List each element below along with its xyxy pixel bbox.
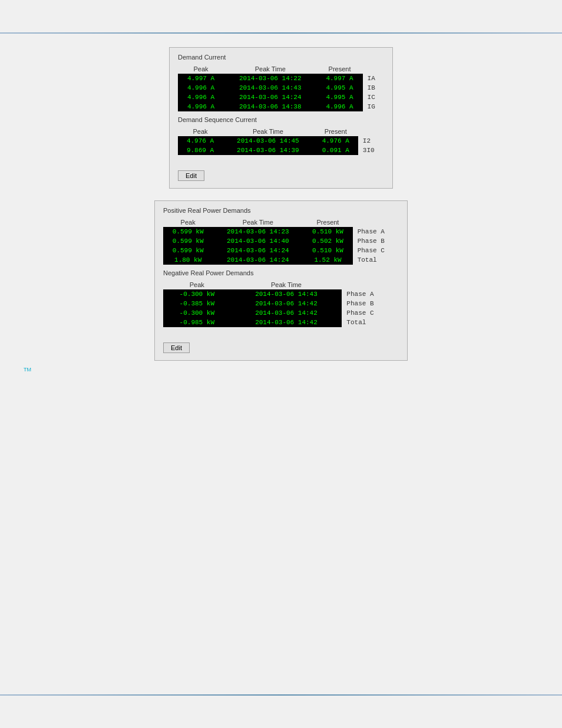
pp-col-peak-time: Peak Time bbox=[213, 218, 303, 227]
dc-col-peak: Peak bbox=[178, 64, 224, 74]
present-cell: 0.510 kW bbox=[303, 246, 352, 255]
np-col-label bbox=[342, 280, 399, 289]
tm-mark: TM bbox=[24, 367, 31, 373]
present-cell: 4.996 A bbox=[317, 102, 363, 111]
pos-power-table: Peak Peak Time Present 0.599 kW 2014-03-… bbox=[163, 218, 399, 265]
peak-time-cell: 2014-03-06 14:38 bbox=[224, 102, 317, 111]
label-cell: Phase A bbox=[353, 227, 399, 236]
label-cell: Total bbox=[353, 255, 399, 265]
peak-time-cell: 2014-03-06 14:45 bbox=[223, 136, 313, 146]
label-cell: Phase B bbox=[353, 236, 399, 246]
demand-current-panel: Demand Current Peak Peak Time Present 4.… bbox=[169, 47, 393, 189]
table-row: -0.300 kW 2014-03-06 14:42 Phase C bbox=[163, 308, 399, 318]
pos-power-title: Positive Real Power Demands bbox=[163, 207, 399, 214]
present-cell: 0.510 kW bbox=[303, 227, 352, 236]
pp-col-label bbox=[353, 218, 399, 227]
demand-current-edit-button[interactable]: Edit bbox=[178, 170, 204, 181]
peak-time-cell: 2014-03-06 14:24 bbox=[224, 93, 317, 102]
table-row: -0.985 kW 2014-03-06 14:42 Total bbox=[163, 318, 399, 327]
bottom-border bbox=[0, 694, 562, 696]
peak-cell: 0.599 kW bbox=[163, 246, 213, 255]
present-cell: 0.502 kW bbox=[303, 236, 352, 246]
peak-time-cell: 2014-03-06 14:22 bbox=[224, 74, 317, 83]
peak-time-cell: 2014-03-06 14:40 bbox=[213, 236, 303, 246]
peak-cell: 4.996 A bbox=[178, 102, 224, 111]
peak-time-cell: 2014-03-06 14:24 bbox=[213, 255, 303, 265]
label-cell: I2 bbox=[358, 136, 384, 146]
dc-col-peak-time: Peak Time bbox=[224, 64, 317, 74]
neg-power-title: Negative Real Power Demands bbox=[163, 269, 399, 276]
label-cell: IG bbox=[363, 102, 384, 111]
ds-col-peak-time: Peak Time bbox=[223, 127, 313, 136]
power-demands-edit-button[interactable]: Edit bbox=[163, 342, 190, 353]
peak-cell: 9.869 A bbox=[178, 146, 223, 155]
peak-time-cell: 2014-03-06 14:43 bbox=[231, 289, 342, 299]
ds-col-label bbox=[358, 127, 384, 136]
present-cell: 4.995 A bbox=[317, 93, 363, 102]
demand-current-table: Peak Peak Time Present 4.997 A 2014-03-0… bbox=[178, 64, 384, 111]
label-cell: Phase C bbox=[353, 246, 399, 255]
demand-current-title: Demand Current bbox=[178, 54, 384, 61]
peak-cell: 0.599 kW bbox=[163, 227, 213, 236]
peak-time-cell: 2014-03-06 14:42 bbox=[231, 299, 342, 308]
table-row: -0.385 kW 2014-03-06 14:42 Phase B bbox=[163, 299, 399, 308]
label-cell: IB bbox=[363, 83, 384, 93]
table-row: 0.599 kW 2014-03-06 14:24 0.510 kW Phase… bbox=[163, 246, 399, 255]
present-cell: 0.091 A bbox=[313, 146, 358, 155]
peak-time-cell: 2014-03-06 14:42 bbox=[231, 308, 342, 318]
label-cell: IA bbox=[363, 74, 384, 83]
present-cell: 1.52 kW bbox=[303, 255, 352, 265]
table-row: 4.976 A 2014-03-06 14:45 4.976 A I2 bbox=[178, 136, 384, 146]
peak-cell: 4.996 A bbox=[178, 93, 224, 102]
present-cell: 4.995 A bbox=[317, 83, 363, 93]
label-cell: Phase B bbox=[342, 299, 399, 308]
power-demands-panel: Positive Real Power Demands Peak Peak Ti… bbox=[154, 200, 408, 361]
label-cell: IC bbox=[363, 93, 384, 102]
present-cell: 4.976 A bbox=[313, 136, 358, 146]
present-cell: 4.997 A bbox=[317, 74, 363, 83]
ds-col-peak: Peak bbox=[178, 127, 223, 136]
peak-cell: -0.300 kW bbox=[163, 308, 231, 318]
table-row: 1.80 kW 2014-03-06 14:24 1.52 kW Total bbox=[163, 255, 399, 265]
peak-cell: -0.300 kW bbox=[163, 289, 231, 299]
np-col-peak-time: Peak Time bbox=[231, 280, 342, 289]
label-cell: Phase C bbox=[342, 308, 399, 318]
peak-time-cell: 2014-03-06 14:23 bbox=[213, 227, 303, 236]
pp-col-present: Present bbox=[303, 218, 352, 227]
peak-cell: -0.385 kW bbox=[163, 299, 231, 308]
top-border bbox=[0, 32, 562, 34]
peak-time-cell: 2014-03-06 14:39 bbox=[223, 146, 313, 155]
np-col-peak: Peak bbox=[163, 280, 231, 289]
table-row: -0.300 kW 2014-03-06 14:43 Phase A bbox=[163, 289, 399, 299]
peak-time-cell: 2014-03-06 14:43 bbox=[224, 83, 317, 93]
label-cell: Phase A bbox=[342, 289, 399, 299]
table-row: 9.869 A 2014-03-06 14:39 0.091 A 3I0 bbox=[178, 146, 384, 155]
table-row: 0.599 kW 2014-03-06 14:23 0.510 kW Phase… bbox=[163, 227, 399, 236]
label-cell: 3I0 bbox=[358, 146, 384, 155]
peak-cell: 1.80 kW bbox=[163, 255, 213, 265]
ds-col-present: Present bbox=[313, 127, 358, 136]
peak-cell: -0.985 kW bbox=[163, 318, 231, 327]
peak-time-cell: 2014-03-06 14:24 bbox=[213, 246, 303, 255]
label-cell: Total bbox=[342, 318, 399, 327]
peak-cell: 4.976 A bbox=[178, 136, 223, 146]
pp-col-peak: Peak bbox=[163, 218, 213, 227]
table-row: 4.997 A 2014-03-06 14:22 4.997 A IA bbox=[178, 74, 384, 83]
table-row: 4.996 A 2014-03-06 14:24 4.995 A IC bbox=[178, 93, 384, 102]
table-row: 4.996 A 2014-03-06 14:38 4.996 A IG bbox=[178, 102, 384, 111]
demand-seq-table: Peak Peak Time Present 4.976 A 2014-03-0… bbox=[178, 127, 384, 155]
demand-seq-title: Demand Sequence Current bbox=[178, 116, 384, 123]
table-row: 0.599 kW 2014-03-06 14:40 0.502 kW Phase… bbox=[163, 236, 399, 246]
dc-col-present: Present bbox=[317, 64, 363, 74]
peak-cell: 0.599 kW bbox=[163, 236, 213, 246]
dc-col-label bbox=[363, 64, 384, 74]
peak-cell: 4.997 A bbox=[178, 74, 224, 83]
peak-time-cell: 2014-03-06 14:42 bbox=[231, 318, 342, 327]
neg-power-table: Peak Peak Time -0.300 kW 2014-03-06 14:4… bbox=[163, 280, 399, 327]
peak-cell: 4.996 A bbox=[178, 83, 224, 93]
table-row: 4.996 A 2014-03-06 14:43 4.995 A IB bbox=[178, 83, 384, 93]
